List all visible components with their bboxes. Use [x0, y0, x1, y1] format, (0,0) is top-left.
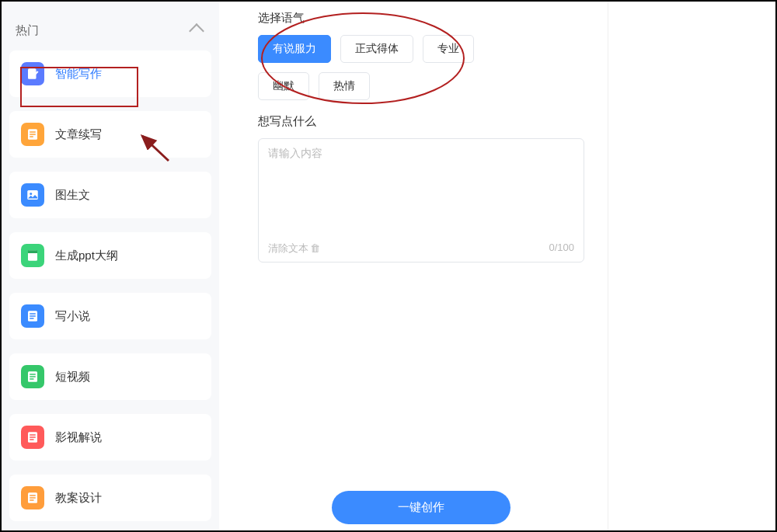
tone-persuasive-button[interactable]: 有说服力 [258, 35, 331, 63]
ppt-icon [21, 244, 44, 267]
tone-enthusiastic-button[interactable]: 热情 [319, 72, 370, 100]
textarea-footer: 清除文本🗑 0/100 [268, 242, 574, 256]
svg-rect-8 [28, 250, 37, 253]
svg-rect-18 [30, 434, 36, 436]
svg-rect-22 [30, 495, 36, 496]
sidebar-item-img-to-text[interactable]: 图生文 [9, 172, 211, 218]
doc-lines5-icon [21, 486, 44, 509]
svg-rect-20 [30, 439, 33, 440]
image-icon [21, 183, 44, 207]
svg-rect-12 [30, 318, 33, 319]
svg-rect-4 [30, 136, 33, 137]
trash-icon: 🗑 [310, 242, 320, 254]
sidebar-item-smart-writing[interactable]: 智能写作 [9, 50, 211, 97]
main-panel: 选择语气 有说服力 正式得体 专业 幽默 热情 想写点什么 清除文本🗑 0/10… [235, 2, 608, 530]
svg-rect-10 [30, 313, 36, 315]
svg-rect-16 [30, 378, 33, 380]
section-header-hot[interactable]: 热门 [9, 16, 211, 46]
svg-rect-2 [30, 131, 36, 133]
char-count: 0/100 [549, 242, 574, 256]
svg-rect-14 [30, 374, 36, 375]
sidebar-item-label: 教案设计 [55, 491, 102, 506]
content-label: 想写点什么 [258, 114, 584, 129]
submit-button[interactable]: 一键创作 [332, 491, 510, 524]
section-title: 热门 [16, 23, 39, 38]
svg-point-6 [30, 193, 32, 195]
svg-rect-3 [30, 134, 36, 135]
sidebar-item-label: 生成ppt大纲 [55, 249, 118, 263]
sidebar-item-label: 文章续写 [55, 127, 102, 142]
sidebar-item-label: 图生文 [55, 188, 90, 203]
sidebar-item-short-video[interactable]: 短视频 [9, 353, 211, 400]
sidebar-item-label: 智能写作 [55, 67, 102, 82]
svg-rect-11 [30, 315, 36, 317]
sidebar-item-lesson-plan[interactable]: 教案设计 [9, 475, 211, 521]
clear-text-button[interactable]: 清除文本🗑 [268, 242, 320, 256]
tone-humorous-button[interactable]: 幽默 [258, 72, 309, 100]
doc-lines3-icon [21, 365, 44, 388]
sidebar-item-novel[interactable]: 写小说 [9, 293, 211, 339]
sidebar-item-label: 影视解说 [55, 430, 102, 445]
doc-lines4-icon [21, 426, 44, 449]
tone-row-2: 幽默 热情 [258, 72, 584, 100]
sidebar: 热门 智能写作 文章续写 图生文 生成ppt大纲 写小说 [2, 2, 219, 530]
sidebar-item-article-continue[interactable]: 文章续写 [9, 111, 211, 158]
content-textarea-wrap: 清除文本🗑 0/100 [258, 138, 584, 263]
chevron-up-icon [189, 23, 204, 39]
tone-label: 选择语气 [258, 11, 584, 26]
tone-formal-button[interactable]: 正式得体 [340, 35, 413, 63]
tone-professional-button[interactable]: 专业 [423, 35, 474, 63]
tone-row-1: 有说服力 正式得体 专业 [258, 35, 584, 63]
sidebar-item-video-commentary[interactable]: 影视解说 [9, 414, 211, 461]
svg-rect-24 [30, 499, 33, 501]
right-divider [608, 2, 608, 530]
sidebar-item-label: 写小说 [55, 309, 90, 324]
sidebar-item-label: 短视频 [55, 370, 90, 384]
svg-rect-19 [30, 436, 36, 438]
content-textarea[interactable] [268, 147, 574, 240]
svg-rect-15 [30, 376, 36, 377]
doc-edit-icon [21, 62, 44, 85]
sidebar-item-ppt-outline[interactable]: 生成ppt大纲 [9, 232, 211, 279]
svg-rect-23 [30, 497, 36, 499]
doc-lines2-icon [21, 304, 44, 328]
doc-lines-icon [21, 123, 44, 146]
